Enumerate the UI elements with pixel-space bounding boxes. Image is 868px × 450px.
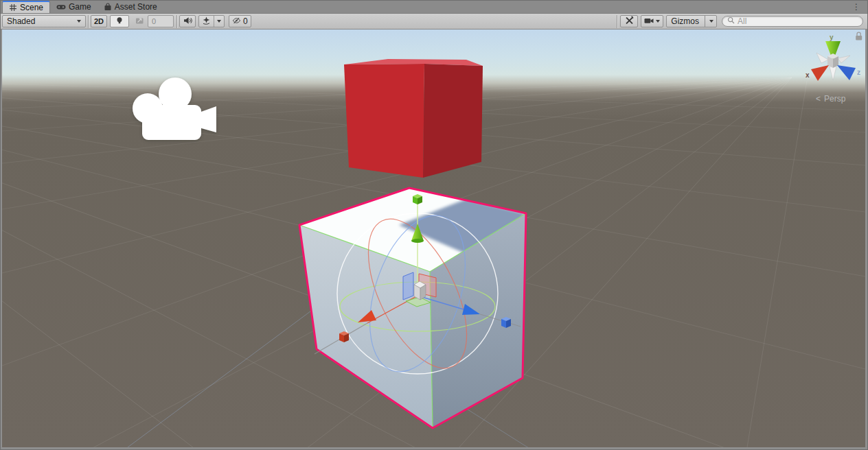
flare-icon	[135, 16, 144, 27]
flare-count-field[interactable]: 0	[148, 15, 174, 27]
lightbulb-icon	[115, 16, 124, 27]
tab-scene[interactable]: Scene	[2, 1, 50, 13]
gizmo-center-handle[interactable]	[414, 281, 426, 300]
selected-cube[interactable]	[299, 188, 526, 428]
z-scale-handle[interactable]	[501, 317, 511, 328]
z-axis-cone[interactable]	[837, 65, 856, 80]
separator	[214, 16, 214, 27]
search-icon	[727, 16, 735, 26]
y-move-arrow-base	[411, 239, 424, 243]
tab-bar: Scene Game Asset Store ⋮	[1, 1, 867, 14]
gizmos-label: Gizmos	[670, 16, 700, 26]
camera-gizmo[interactable]	[133, 78, 216, 140]
x-axis-cone[interactable]	[811, 65, 829, 81]
neg-z-cone[interactable]	[838, 56, 850, 63]
tab-label: Asset Store	[115, 2, 157, 12]
tab-asset-store[interactable]: Asset Store	[98, 1, 163, 13]
flare-count-value: 0	[152, 17, 156, 25]
scene-visibility-button[interactable]: 0	[229, 15, 251, 27]
separator	[88, 15, 89, 28]
chevron-down-icon	[709, 20, 713, 23]
bag-icon	[104, 3, 112, 11]
hidden-count-value: 0	[243, 16, 248, 26]
component-tools-button[interactable]	[620, 15, 638, 27]
projection-label: Persp	[824, 94, 846, 104]
pane-menu-button[interactable]: ⋮	[845, 1, 867, 13]
kebab-icon: ⋮	[852, 2, 860, 12]
audio-toggle-button[interactable]	[179, 15, 196, 27]
projection-toggle[interactable]: <Persp	[816, 94, 846, 104]
yz-plane-handle[interactable]	[403, 272, 413, 300]
grid-icon	[9, 3, 17, 12]
separator	[617, 15, 617, 28]
unity-scene-window: Scene Game Asset Store ⋮ Shaded 2D	[0, 0, 868, 450]
camera-lens-icon	[199, 106, 216, 132]
tab-bar-spacer	[163, 1, 845, 13]
search-input[interactable]	[738, 16, 858, 26]
camera-body-icon	[142, 105, 201, 140]
effects-star-icon	[202, 16, 211, 27]
speaker-icon	[183, 16, 192, 27]
effects-dropdown-button[interactable]	[198, 15, 225, 27]
draw-mode-dropdown[interactable]: Shaded	[2, 15, 86, 27]
lock-icon[interactable]	[856, 32, 862, 40]
eye-slash-icon	[232, 16, 241, 27]
red-cube[interactable]	[344, 59, 483, 178]
y-scale-handle[interactable]	[413, 194, 422, 204]
gizmos-dropdown[interactable]: Gizmos	[666, 15, 717, 27]
scene-viewport[interactable]: y x	[1, 29, 867, 449]
toggle-2d-label: 2D	[94, 17, 104, 25]
tab-label: Scene	[20, 3, 43, 12]
toggle-2d-button[interactable]: 2D	[91, 15, 107, 27]
axis-label-x: x	[806, 71, 810, 79]
x-scale-handle[interactable]	[339, 331, 349, 342]
axis-label-z: z	[857, 69, 860, 76]
gizmo-search-field[interactable]	[722, 16, 863, 27]
separator	[705, 16, 705, 27]
tab-game[interactable]: Game	[50, 1, 98, 13]
scene-camera-dropdown[interactable]	[641, 15, 663, 27]
chevron-down-icon	[217, 20, 221, 23]
draw-mode-label: Shaded	[7, 16, 35, 26]
gamepad-icon	[56, 3, 66, 11]
separator	[176, 15, 177, 28]
scene-canvas[interactable]: y x	[2, 29, 865, 447]
tools-icon	[625, 16, 634, 27]
scene-toolbar: Shaded 2D 0	[1, 14, 867, 29]
back-chevron-icon: <	[816, 94, 821, 104]
lighting-toggle-button[interactable]	[110, 15, 129, 27]
video-camera-icon	[644, 16, 654, 27]
chevron-down-icon	[77, 20, 81, 23]
gizmo-cube[interactable]	[827, 54, 838, 68]
neg-y-cone[interactable]	[830, 67, 836, 80]
view-orientation-gizmo[interactable]: y x	[806, 32, 862, 81]
flare-toggle-button[interactable]	[132, 15, 148, 27]
chevron-down-icon	[656, 20, 660, 23]
tab-label: Game	[69, 2, 91, 12]
neg-x-cone[interactable]	[816, 53, 828, 63]
axis-label-y: y	[830, 34, 834, 41]
